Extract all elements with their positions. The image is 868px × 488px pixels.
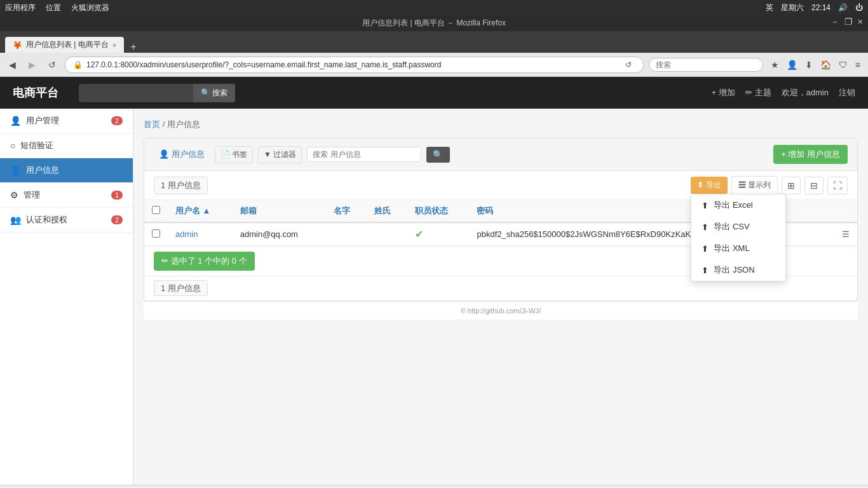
panel-search-input[interactable] xyxy=(307,147,421,162)
col-header-password[interactable]: 密码 xyxy=(469,200,857,222)
panel-search-button[interactable]: 🔍 xyxy=(426,147,450,163)
sidebar-item-label-user-info: 用户信息 xyxy=(26,165,59,176)
username-link[interactable]: admin xyxy=(175,229,198,239)
app-search-button[interactable]: 🔍 搜索 xyxy=(193,84,235,102)
user-management-icon: 👤 xyxy=(10,116,21,126)
download-button[interactable]: ⬇ xyxy=(803,58,815,71)
url-reload-button[interactable]: ↺ xyxy=(621,59,635,71)
sidebar-item-auth[interactable]: 👥 认证和授权 2 xyxy=(0,208,133,233)
page-footer: © http://github.com/Ji-WJ/ xyxy=(144,301,858,320)
col-header-username[interactable]: 用户名 ▲ xyxy=(168,200,233,222)
welcome-button[interactable]: 欢迎，admin xyxy=(782,87,829,98)
row-staff: ✔ xyxy=(407,222,469,246)
url-text: 127.0.0.1:8000/xadmin/users/userprofile/… xyxy=(86,60,441,69)
export-json-icon: ⬆ xyxy=(702,266,709,275)
fullscreen-button[interactable]: ⛶ xyxy=(827,177,848,194)
sidebar: 👤 用户管理 2 ○ 短信验证 👤 用户信息 ⚙ 管理 1 👥 认证和授权 2 xyxy=(0,109,133,485)
app-search-input[interactable] xyxy=(79,85,193,102)
col-header-email[interactable]: 邮箱 xyxy=(233,200,327,222)
table-header-checkbox[interactable] xyxy=(144,200,168,222)
sidebar-item-sms[interactable]: ○ 短信验证 xyxy=(0,133,133,158)
restore-button[interactable]: ❐ xyxy=(844,17,853,28)
reader-mode-button[interactable]: 👤 xyxy=(784,58,800,71)
sidebar-item-management[interactable]: ⚙ 管理 1 xyxy=(0,183,133,208)
export-button[interactable]: ⬆ 导出 xyxy=(691,177,727,194)
refresh-button[interactable]: ↺ xyxy=(44,58,60,71)
row-lastname xyxy=(367,222,407,246)
browser-title: 用户信息列表 | 电商平台 － Mozilla Firefox xyxy=(362,18,506,27)
sidebar-item-user-management[interactable]: 👤 用户管理 2 xyxy=(0,109,133,133)
table-view-button[interactable]: ⊞ xyxy=(782,177,801,194)
tab-close-button[interactable]: × xyxy=(112,41,116,49)
export-xml-label: 导出 XML xyxy=(714,243,749,254)
staff-status-icon: ✔ xyxy=(415,229,423,240)
row-checkbox-cell[interactable] xyxy=(144,222,168,246)
browser-status-bar: 127.0.0.1:8000/xadmin/users/userprofile/… xyxy=(0,485,868,488)
close-button[interactable]: × xyxy=(858,17,863,28)
export-csv-item[interactable]: ⬆ 导出 CSV xyxy=(691,216,785,238)
export-csv-icon: ⬆ xyxy=(702,222,709,232)
os-bar: 应用程序 位置 火狐浏览器 英 星期六 22:14 🔊 ⏻ xyxy=(0,0,868,15)
export-dropdown-menu: ⬆ 导出 Excel ⬆ 导出 CSV ⬆ 导出 XML xyxy=(691,194,786,281)
sidebar-item-label-management: 管理 xyxy=(24,189,40,201)
col-header-firstname[interactable]: 名字 xyxy=(326,200,367,222)
card-view-button[interactable]: ⊟ xyxy=(804,177,824,194)
os-position-menu[interactable]: 位置 xyxy=(46,3,61,13)
os-bar-left: 应用程序 位置 火狐浏览器 xyxy=(5,3,109,13)
col-header-staff[interactable]: 职员状态 xyxy=(407,200,469,222)
browser-search-input[interactable] xyxy=(649,58,763,72)
row-detail-icon[interactable]: ☰ xyxy=(842,229,850,239)
row-checkbox[interactable] xyxy=(152,229,160,238)
app-logo: 电商平台 xyxy=(13,85,58,100)
breadcrumb-home[interactable]: 首页 xyxy=(144,119,160,129)
tab-label: 用户信息列表 | 电商平台 xyxy=(26,39,109,50)
bookmark-button[interactable]: 📄 书签 xyxy=(215,146,253,163)
url-bar[interactable]: 🔒 127.0.0.1:8000/xadmin/users/userprofil… xyxy=(65,57,644,73)
menu-button[interactable]: ≡ xyxy=(853,58,863,71)
browser-window-controls: － ❐ × xyxy=(831,17,863,28)
export-excel-item[interactable]: ⬆ 导出 Excel xyxy=(691,194,785,216)
os-power-icon[interactable]: ⏻ xyxy=(855,3,863,12)
os-volume-icon[interactable]: 🔊 xyxy=(838,3,848,12)
export-xml-item[interactable]: ⬆ 导出 XML xyxy=(691,238,785,259)
management-icon: ⚙ xyxy=(10,190,18,200)
export-json-item[interactable]: ⬆ 导出 JSON xyxy=(691,259,785,281)
main-layout: 👤 用户管理 2 ○ 短信验证 👤 用户信息 ⚙ 管理 1 👥 认证和授权 2 xyxy=(0,109,868,485)
user-info-icon: 👤 xyxy=(10,165,21,175)
sidebar-item-label-user-management: 用户管理 xyxy=(26,115,59,126)
theme-button[interactable]: ✏ 主题 xyxy=(745,87,771,98)
display-columns-button[interactable]: ☰ 显示列 xyxy=(731,176,778,194)
select-all-checkbox[interactable] xyxy=(152,206,160,214)
sidebar-item-user-info[interactable]: 👤 用户信息 xyxy=(0,158,133,183)
browser-tab-active[interactable]: 🦊 用户信息列表 | 电商平台 × xyxy=(5,37,124,53)
export-csv-label: 导出 CSV xyxy=(714,221,749,233)
tab-favicon: 🦊 xyxy=(13,41,22,50)
os-time: 22:14 xyxy=(811,3,831,12)
add-user-info-button[interactable]: + 增加 用户信息 xyxy=(773,145,848,164)
select-action-button[interactable]: ✏ 选中了 1 个中的 0 个 xyxy=(154,252,255,271)
new-tab-button[interactable]: + xyxy=(126,41,140,53)
app-header-right: + 增加 ✏ 主题 欢迎，admin 注销 xyxy=(712,87,855,98)
back-button[interactable]: ◀ xyxy=(5,58,20,71)
breadcrumb-current: 用户信息 xyxy=(167,119,200,129)
panel-header: 👤 用户信息 📄 书签 ▼ 过滤器 🔍 + 增加 用户信息 xyxy=(144,139,857,171)
os-firefox-menu[interactable]: 火狐浏览器 xyxy=(71,3,109,13)
os-day: 星期六 xyxy=(781,3,804,13)
logout-button[interactable]: 注销 xyxy=(839,87,855,98)
bookmark-star-button[interactable]: ★ xyxy=(768,58,782,71)
sidebar-badge-auth: 2 xyxy=(111,215,123,224)
filter-button[interactable]: ▼ 过滤器 xyxy=(258,146,302,163)
secure-icon: 🔒 xyxy=(73,60,83,69)
add-menu-button[interactable]: + 增加 xyxy=(712,87,735,98)
shield-button[interactable]: 🛡 xyxy=(836,58,850,71)
tab-bar: 🦊 用户信息列表 | 电商平台 × + xyxy=(0,31,868,53)
col-header-lastname[interactable]: 姓氏 xyxy=(367,200,407,222)
breadcrumb-separator: / xyxy=(163,119,167,129)
home-button[interactable]: 🏠 xyxy=(818,58,834,71)
minimize-button[interactable]: － xyxy=(831,17,839,28)
os-app-menu[interactable]: 应用程序 xyxy=(5,3,36,13)
sidebar-badge-user-management: 2 xyxy=(111,116,123,125)
forward-button[interactable]: ▶ xyxy=(25,58,39,71)
user-info-title-button[interactable]: 👤 用户信息 xyxy=(154,146,210,163)
toolbar-row: 1 用户信息 ⬆ 导出 ⬆ 导出 Excel xyxy=(144,171,857,200)
